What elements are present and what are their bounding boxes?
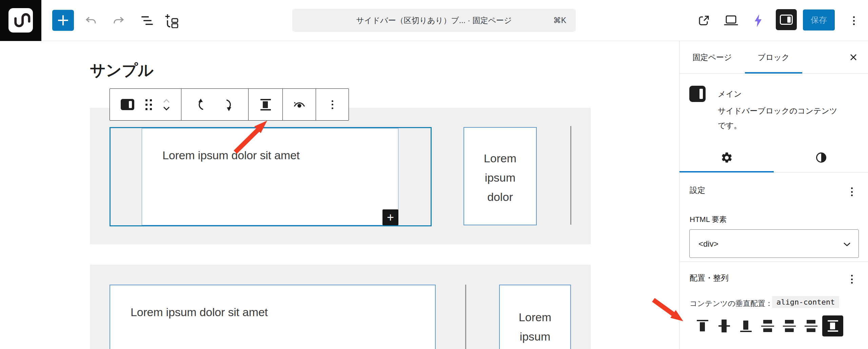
main-block-icon [121,99,134,110]
html-element-select[interactable]: <div> [689,229,859,258]
redo-icon [112,14,126,28]
redo-button[interactable] [111,13,127,29]
external-link-icon [697,14,711,27]
document-title-bar[interactable]: サイドバー（区切りあり）ブ... · 固定ページ ⌘K [292,9,576,32]
sidebar-box-block[interactable]: Lorem ipsum [499,285,571,349]
align-bottom-icon [739,319,752,333]
drag-handle-icon[interactable] [145,99,152,110]
swap-down-arrow-icon [221,98,235,111]
preview-button[interactable] [723,13,739,29]
editor-top-bar: サイドバー（区切りあり）ブ... · 固定ページ ⌘K 保存 [0,0,868,41]
active-tab-underline [745,72,802,74]
sidebar-tab-bar: 固定ページ ブロック [679,41,868,74]
options-menu-button[interactable] [846,13,862,29]
main-block-icon [689,86,706,102]
active-inspector-tab-underline [679,171,774,172]
alignment-section-options-button[interactable] [851,275,853,284]
sidebar-text-line: Lorem [500,308,570,327]
inspector-tab-bar [679,143,868,172]
content-text: Lorem ipsum dolor sit amet [131,306,268,319]
save-button[interactable]: 保存 [803,9,835,30]
chevron-down-icon [843,242,851,247]
undo-button[interactable] [83,13,99,29]
gear-icon [721,151,733,164]
settings-section-options-button[interactable] [851,187,853,196]
space-between-icon [761,319,774,333]
command-shortcut: ⌘K [553,9,566,32]
content-box-block[interactable]: Lorem ipsum dolor sit amet [142,128,398,225]
content-box-block[interactable]: Lorem ipsum dolor sit amet [110,285,436,349]
vertical-align-stretch-icon [259,98,272,111]
align-stretch-icon [826,319,839,333]
eye-icon [293,100,306,110]
valign-bottom-button[interactable] [735,315,756,336]
page-title[interactable]: サンプル [90,60,154,81]
patterns-icon [164,13,179,28]
pattern-section-2: Lorem ipsum dolor sit amet Lorem ipsum [90,265,591,349]
tab-page[interactable]: 固定ページ [679,41,745,74]
space-around-icon [783,319,796,333]
sidebar-text-line: Lorem [464,149,536,168]
close-icon [849,53,858,62]
chevron-down-icon [163,106,170,111]
close-sidebar-button[interactable] [848,52,859,62]
valign-stretch-button[interactable] [822,315,843,336]
divider-line [570,126,571,225]
move-down-button[interactable] [163,106,170,111]
styles-contrast-icon [815,151,827,164]
kebab-icon [851,187,853,196]
site-logo-button[interactable] [0,0,41,41]
align-center-icon [718,319,731,333]
align-top-icon [696,319,709,333]
patterns-button[interactable] [163,13,180,29]
space-evenly-icon [805,319,817,333]
html-element-label: HTML 要素 [690,214,727,225]
unitone-logo-icon [8,8,33,33]
laptop-preview-icon [724,15,738,27]
valign-space-around-button[interactable] [779,315,800,336]
block-card-title: メイン [718,89,742,99]
valign-top-button[interactable] [692,315,713,336]
sidebar-text-line: dolor [464,187,536,207]
divider-line [465,285,466,349]
kebab-icon [851,275,853,284]
block-inserter-button[interactable] [52,10,74,31]
swap-next-button[interactable] [221,98,235,111]
undo-icon [84,14,98,28]
tab-block[interactable]: ブロック [745,41,802,74]
append-block-button[interactable]: + [382,209,398,225]
sidebar-toggle-icon [780,15,793,25]
sidebar-box-block[interactable]: Lorem ipsum dolor [463,127,537,225]
move-up-button[interactable] [163,99,170,103]
boost-button[interactable] [750,13,766,29]
kebab-icon [853,16,855,25]
visibility-button[interactable] [293,100,306,110]
kebab-icon [332,100,333,109]
settings-section-heading: 設定 [690,185,705,196]
tab-settings[interactable] [679,143,774,172]
vertical-alignment-button[interactable] [259,98,272,111]
editor-canvas: サンプル [0,41,679,349]
settings-panel-toggle-button[interactable] [776,9,797,30]
sidebar-text-line: ipsum [464,168,536,187]
document-overview-button[interactable] [139,13,155,29]
document-title: サイドバー（区切りあり）ブ... · 固定ページ [292,9,576,32]
valign-center-button[interactable] [714,315,735,336]
block-card-description: サイドバーブロックのコンテンツです。 [718,104,843,133]
selected-value: <div> [698,230,718,258]
swap-previous-button[interactable] [195,98,208,111]
vertical-alignment-options [692,315,843,336]
swap-up-arrow-icon [195,98,208,111]
content-text: Lorem ipsum dolor sit amet [162,149,300,162]
block-type-button[interactable] [121,99,134,110]
block-options-button[interactable] [332,100,333,109]
sidebar-text-line: ipsum [500,327,570,346]
chevron-up-icon [163,99,170,103]
valign-space-between-button[interactable] [757,315,778,336]
tab-styles[interactable] [774,143,868,172]
view-site-button[interactable] [696,13,712,29]
valign-space-evenly-button[interactable] [801,315,822,336]
bolt-icon [753,14,763,28]
panel-divider [679,262,868,262]
document-overview-icon [140,15,154,26]
